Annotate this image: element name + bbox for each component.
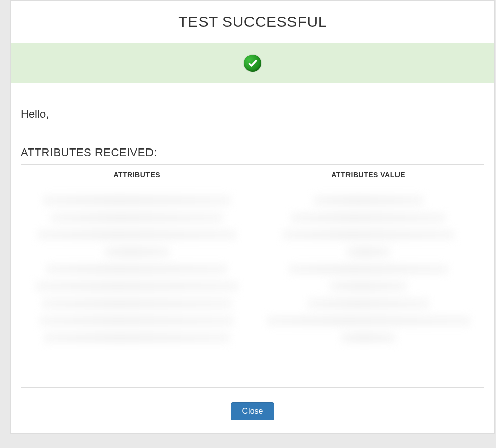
result-panel: TEST SUCCESSFUL Hello, ATTRIBUTES RECEIV… (10, 0, 495, 434)
success-check-icon (244, 55, 261, 72)
success-banner (11, 43, 494, 83)
attributes-heading: ATTRIBUTES RECEIVED: (21, 146, 484, 159)
attributes-cell (21, 185, 253, 388)
greeting-text: Hello, (21, 108, 484, 121)
attributes-value-cell (253, 185, 484, 388)
dialog-title: TEST SUCCESSFUL (11, 13, 494, 30)
dialog-footer: Close (11, 393, 494, 433)
close-button[interactable]: Close (231, 402, 275, 420)
column-header-attributes: ATTRIBUTES (21, 165, 253, 185)
redacted-content (26, 190, 247, 387)
dialog-viewport[interactable]: TEST SUCCESSFUL Hello, ATTRIBUTES RECEIV… (0, 0, 496, 448)
column-header-attributes-value: ATTRIBUTES VALUE (253, 165, 484, 185)
table-row (21, 185, 484, 388)
attributes-table: ATTRIBUTES ATTRIBUTES VALUE (21, 164, 484, 388)
dialog-body: Hello, ATTRIBUTES RECEIVED: ATTRIBUTES A… (11, 83, 494, 393)
redacted-content (258, 190, 479, 387)
